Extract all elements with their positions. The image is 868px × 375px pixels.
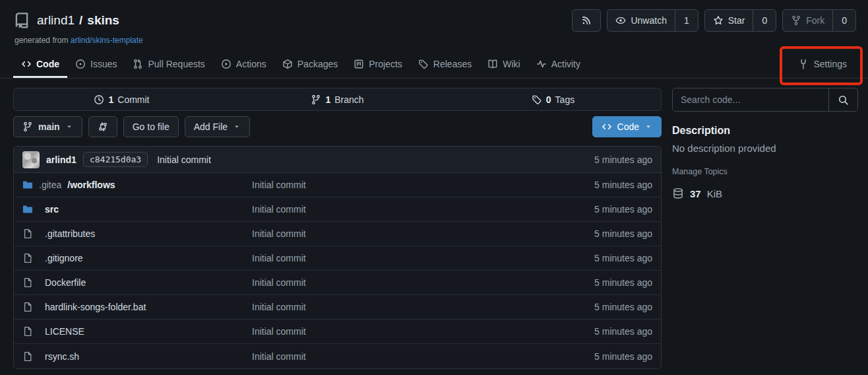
file-name-link[interactable]: hardlink-songs-folder.bat [22, 302, 252, 312]
watch-count[interactable]: 1 [675, 10, 698, 31]
fork-label: Fork [806, 15, 824, 26]
tab-label: Code [36, 59, 59, 69]
tab-label: Projects [369, 59, 402, 69]
page-title: arlind1 / skins [37, 13, 119, 28]
repo-size-unit: KiB [707, 188, 722, 199]
activity-icon [536, 59, 547, 69]
file-commit-message-link[interactable]: Initial commit [252, 302, 594, 312]
fork-count[interactable]: 0 [832, 10, 855, 31]
tab-code[interactable]: Code [13, 50, 67, 78]
star-count[interactable]: 0 [753, 10, 776, 31]
file-row[interactable]: srcInitial commit5 minutes ago [14, 197, 661, 222]
file-row[interactable]: rsync.shInitial commit5 minutes ago [14, 344, 661, 368]
star-button[interactable]: Star [705, 10, 753, 31]
tab-wiki[interactable]: Wiki [480, 50, 528, 78]
file-icon [22, 302, 33, 312]
file-name-link[interactable]: .gitignore [22, 253, 252, 263]
commit-author-link[interactable]: arlind1 [46, 154, 77, 165]
wiki-icon [487, 59, 498, 69]
tab-projects[interactable]: Projects [346, 50, 410, 78]
summary-commit[interactable]: 1Commit [14, 94, 230, 105]
branch-selector[interactable]: main [13, 116, 82, 137]
file-row[interactable]: .gitignoreInitial commit5 minutes ago [14, 246, 661, 271]
repo-name-link[interactable]: skins [87, 13, 119, 28]
compare-button[interactable] [88, 116, 117, 137]
file-name-link[interactable]: LICENSE [22, 326, 252, 337]
repo-header: arlind1 / skins [0, 0, 868, 45]
rss-button[interactable] [572, 9, 601, 32]
go-to-file-button[interactable]: Go to file [123, 116, 179, 137]
summary-branch[interactable]: 1Branch [230, 94, 445, 105]
eye-icon [615, 15, 626, 26]
tab-actions[interactable]: Actions [213, 50, 274, 78]
summary-tags[interactable]: 0Tags [445, 94, 661, 105]
description-text: No description provided [672, 143, 858, 154]
tab-pull-requests[interactable]: Pull Requests [125, 50, 212, 78]
generated-from-label: generated from [15, 36, 68, 45]
file-commit-message-link[interactable]: Initial commit [252, 228, 594, 239]
tab-settings[interactable]: Settings [789, 50, 856, 78]
file-commit-time: 5 minutes ago [594, 351, 652, 362]
file-name-link[interactable]: src [22, 204, 252, 215]
repo-size: 37 KiB [672, 188, 858, 199]
manage-topics-link[interactable]: Manage Topics [672, 167, 728, 176]
tab-issues[interactable]: Issues [67, 50, 125, 78]
settings-icon [798, 59, 809, 69]
file-row[interactable]: hardlink-songs-folder.batInitial commit5… [14, 295, 661, 320]
file-commit-time: 5 minutes ago [594, 277, 652, 288]
file-commit-message-link[interactable]: Initial commit [252, 351, 594, 362]
file-row[interactable]: .gitea/workflowsInitial commit5 minutes … [14, 173, 661, 197]
file-row[interactable]: LICENSEInitial commit5 minutes ago [14, 320, 661, 344]
file-name-link[interactable]: .gitattributes [22, 228, 252, 239]
file-base-name: .gitignore [45, 253, 83, 263]
generated-from: generated from arlind/skins-template [15, 36, 856, 45]
file-icon [22, 326, 33, 337]
file-row[interactable]: .gitattributesInitial commit5 minutes ag… [14, 222, 661, 246]
caret-down-icon [65, 123, 73, 131]
star-button-group: Star 0 [704, 9, 776, 32]
latest-commit-row: arlind1 c84215d0a3 Initial commit 5 minu… [14, 147, 661, 173]
content: 1Commit1Branch0Tags main [0, 79, 868, 369]
summary-label: Commit [117, 94, 149, 105]
tab-label: Wiki [503, 59, 520, 69]
rss-icon [581, 15, 592, 26]
add-file-button[interactable]: Add File [185, 116, 250, 137]
file-commit-message-link[interactable]: Initial commit [252, 253, 594, 263]
file-commit-message-link[interactable]: Initial commit [252, 180, 594, 190]
sidebar: Description No description provided Mana… [672, 88, 858, 369]
file-commit-message-link[interactable]: Initial commit [252, 326, 594, 337]
file-commit-time: 5 minutes ago [594, 326, 652, 337]
file-name-link[interactable]: .gitea/workflows [22, 180, 252, 190]
database-icon [672, 188, 684, 199]
file-row[interactable]: DockerfileInitial commit5 minutes ago [14, 271, 661, 295]
file-commit-time: 5 minutes ago [594, 302, 652, 312]
current-branch-label: main [38, 121, 60, 132]
unwatch-button[interactable]: Unwatch [607, 10, 674, 31]
file-name-link[interactable]: rsync.sh [22, 351, 252, 362]
tab-packages[interactable]: Packages [274, 50, 346, 78]
avatar[interactable] [22, 151, 40, 168]
summary-count: 1 [108, 94, 113, 105]
tab-releases[interactable]: Releases [410, 50, 480, 78]
tab-label: Activity [551, 59, 580, 69]
search-input[interactable] [673, 88, 828, 111]
summary-label: Branch [334, 94, 363, 105]
commit-sha-badge[interactable]: c84215d0a3 [83, 152, 148, 167]
title-separator: / [79, 13, 82, 28]
search-button[interactable] [828, 88, 857, 111]
tab-activity[interactable]: Activity [528, 50, 588, 78]
tab-label: Packages [297, 59, 338, 69]
fork-button[interactable]: Fork [783, 10, 832, 31]
file-base-name: Dockerfile [45, 277, 86, 288]
commit-message-link[interactable]: Initial commit [157, 154, 211, 165]
description-title: Description [672, 125, 858, 137]
file-commit-message-link[interactable]: Initial commit [252, 204, 594, 215]
add-file-label: Add File [194, 121, 228, 132]
file-icon [22, 253, 33, 263]
file-commit-message-link[interactable]: Initial commit [252, 277, 594, 288]
code-download-button[interactable]: Code [592, 116, 662, 137]
template-repo-link[interactable]: arlind/skins-template [71, 36, 143, 45]
file-name-link[interactable]: Dockerfile [22, 277, 252, 288]
code-icon [21, 59, 32, 69]
repo-owner-link[interactable]: arlind1 [37, 13, 75, 28]
